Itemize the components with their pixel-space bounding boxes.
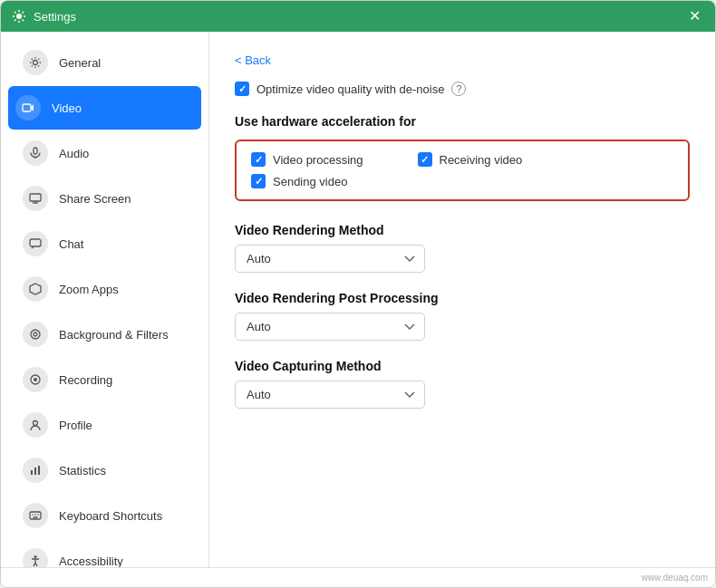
rendering-post-section: Video Rendering Post Processing Auto Non… xyxy=(235,291,690,341)
footer: www.deuaq.com xyxy=(1,567,715,587)
recording-label: Recording xyxy=(59,373,112,387)
svg-point-1 xyxy=(34,61,38,65)
keyboard-shortcuts-icon xyxy=(23,503,48,528)
video-icon xyxy=(15,95,41,120)
sidebar-item-keyboard-shortcuts[interactable]: Keyboard Shortcuts xyxy=(8,494,201,537)
hardware-box: Video processing Sending video Receiving… xyxy=(235,140,690,201)
sidebar-item-profile[interactable]: Profile xyxy=(8,403,201,447)
receiving-video-label[interactable]: Receiving video xyxy=(440,153,523,167)
zoom-apps-icon xyxy=(23,276,48,302)
zoom-apps-label: Zoom Apps xyxy=(59,283,119,296)
svg-point-0 xyxy=(16,14,22,19)
main-panel: < Back Optimize video quality with de-no… xyxy=(209,32,715,567)
rendering-post-title: Video Rendering Post Processing xyxy=(235,291,690,305)
capturing-method-section: Video Capturing Method Auto DirectShow W… xyxy=(235,359,690,409)
svg-point-23 xyxy=(34,555,37,558)
window-title: Settings xyxy=(34,10,76,24)
sidebar-item-statistics[interactable]: Statistics xyxy=(8,448,201,492)
footer-text: www.deuaq.com xyxy=(642,573,708,583)
receiving-video-row: Receiving video xyxy=(418,152,523,167)
close-button[interactable]: ✕ xyxy=(685,9,704,24)
svg-rect-17 xyxy=(38,466,40,475)
hardware-section-title: Use hardware acceleration for xyxy=(235,114,690,129)
svg-rect-15 xyxy=(31,470,33,475)
profile-label: Profile xyxy=(59,419,92,432)
help-icon[interactable]: ? xyxy=(451,82,466,96)
content-area: General Video xyxy=(1,32,715,567)
sending-video-checkbox[interactable] xyxy=(251,174,266,188)
svg-rect-16 xyxy=(34,468,36,475)
video-label: Video xyxy=(52,101,82,115)
video-processing-row: Video processing xyxy=(251,152,363,167)
back-link[interactable]: < Back xyxy=(235,53,271,67)
receiving-video-checkbox[interactable] xyxy=(418,152,432,167)
svg-point-10 xyxy=(31,330,40,339)
general-label: General xyxy=(59,56,101,70)
statistics-icon xyxy=(23,458,48,483)
audio-label: Audio xyxy=(59,147,89,160)
sidebar-item-audio[interactable]: Audio xyxy=(8,131,201,175)
title-bar: Settings ✕ xyxy=(1,1,715,32)
svg-point-14 xyxy=(34,421,38,426)
rendering-method-section: Video Rendering Method Auto Direct3D11 D… xyxy=(235,223,690,273)
svg-marker-9 xyxy=(30,284,41,294)
rendering-post-select[interactable]: Auto None Deblocking xyxy=(235,313,425,341)
sidebar-item-chat[interactable]: Chat xyxy=(8,222,201,265)
profile-icon xyxy=(23,412,48,438)
svg-rect-2 xyxy=(23,104,31,111)
sidebar-item-general[interactable]: General xyxy=(8,41,201,84)
video-processing-label[interactable]: Video processing xyxy=(273,153,363,167)
sending-video-label[interactable]: Sending video xyxy=(273,175,347,188)
audio-icon xyxy=(23,140,48,166)
chat-label: Chat xyxy=(59,237,83,251)
optimize-label[interactable]: Optimize video quality with de-noise xyxy=(256,82,444,96)
settings-window: Settings ✕ General xyxy=(0,0,716,588)
svg-point-11 xyxy=(34,333,37,336)
share-screen-label: Share Screen xyxy=(59,192,131,206)
capturing-method-select[interactable]: Auto DirectShow Windows Image Capture xyxy=(235,381,425,409)
sidebar-item-share-screen[interactable]: Share Screen xyxy=(8,177,201,220)
sidebar-item-accessibility[interactable]: Accessibility xyxy=(8,539,201,567)
svg-rect-3 xyxy=(34,148,37,154)
rendering-method-select[interactable]: Auto Direct3D11 Direct3D9 OpenGL xyxy=(235,245,425,273)
video-processing-checkbox[interactable] xyxy=(251,152,266,167)
svg-rect-8 xyxy=(30,239,41,246)
recording-icon xyxy=(23,367,48,392)
optimize-checkbox[interactable] xyxy=(235,82,249,96)
sidebar-item-background-filters[interactable]: Background & Filters xyxy=(8,313,201,356)
background-filters-icon xyxy=(23,322,48,347)
title-bar-left: Settings xyxy=(12,9,76,24)
keyboard-shortcuts-label: Keyboard Shortcuts xyxy=(59,509,162,523)
sidebar-item-zoom-apps[interactable]: Zoom Apps xyxy=(8,267,201,311)
settings-app-icon xyxy=(12,9,26,24)
accessibility-label: Accessibility xyxy=(59,554,123,568)
general-icon xyxy=(23,50,48,75)
sidebar-item-recording[interactable]: Recording xyxy=(8,358,201,401)
capturing-method-title: Video Capturing Method xyxy=(235,359,690,373)
sidebar: General Video xyxy=(1,32,209,567)
accessibility-icon xyxy=(23,548,48,567)
svg-point-13 xyxy=(34,378,37,381)
share-screen-icon xyxy=(23,186,48,211)
svg-rect-5 xyxy=(30,194,41,201)
chat-icon xyxy=(23,231,48,256)
statistics-label: Statistics xyxy=(59,464,106,477)
sending-video-row: Sending video xyxy=(251,174,363,188)
hardware-section: Use hardware acceleration for Video proc… xyxy=(235,114,690,201)
rendering-method-title: Video Rendering Method xyxy=(235,223,690,237)
sidebar-item-video[interactable]: Video xyxy=(8,86,201,130)
optimize-row: Optimize video quality with de-noise ? xyxy=(235,82,690,96)
background-filters-label: Background & Filters xyxy=(59,328,169,342)
svg-rect-18 xyxy=(30,512,41,519)
